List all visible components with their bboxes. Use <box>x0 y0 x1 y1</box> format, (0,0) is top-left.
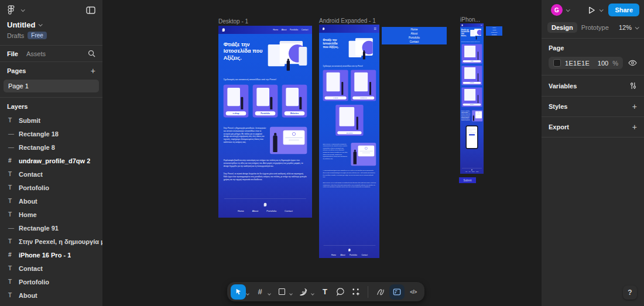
site-paragraph: Η φιλοσοφία βασίζεται στην κατανόηση των… <box>218 154 312 167</box>
canvas[interactable]: Desktop - 1 Android Expanded - 1 iPhon..… <box>102 0 542 306</box>
cursor-icon <box>235 288 242 295</box>
color-hex-value[interactable]: 1E1E1E <box>565 60 590 67</box>
avatar[interactable]: G <box>551 4 563 16</box>
layer-row[interactable]: About <box>0 288 102 302</box>
site-paragraph: Στην Peexel, το σωστό design θεωρείται ό… <box>218 167 312 181</box>
layer-row[interactable]: Contact <box>0 262 102 275</box>
card-button: e-shop <box>325 97 347 99</box>
layer-row[interactable]: Portofolio <box>0 181 102 194</box>
actions-button[interactable] <box>348 284 363 300</box>
adjust-sliders-icon[interactable] <box>629 82 637 90</box>
visibility-eye-icon[interactable] <box>628 60 637 66</box>
frame-tool-chevron[interactable] <box>268 292 271 295</box>
design-mode-button[interactable] <box>389 284 405 300</box>
frame-iphone[interactable]: HomeAboutPortofolioContact Φτιάξε την Ισ… <box>460 23 484 174</box>
footer-nav-link: Portofolio <box>266 210 276 213</box>
shape-tool-button[interactable] <box>274 284 289 300</box>
add-page-button[interactable]: + <box>91 68 95 74</box>
site-hero: Φτιάξε την Ιστοσελίδα που Αξίζεις. <box>218 34 312 73</box>
layers-list: Submit Rectangle 18 Rectangle 8 undraw_p… <box>0 114 102 306</box>
move-tool-chevron[interactable] <box>246 292 249 295</box>
share-button[interactable]: Share <box>608 4 639 16</box>
tab-design[interactable]: Design <box>547 22 577 33</box>
dropdown-menu-iphone[interactable]: HomeAboutPortofolioContact <box>486 26 502 36</box>
toggle-sidebar-icon[interactable] <box>86 6 95 14</box>
add-style-button[interactable]: + <box>632 104 637 109</box>
main-menu-button[interactable] <box>7 5 24 15</box>
layer-row[interactable]: Rectangle 91 <box>0 221 102 235</box>
site-nav-link: About <box>282 29 287 31</box>
text-tool-button[interactable]: T <box>317 284 333 300</box>
dropdown-menu-android[interactable]: HomeAboutPortofolioContact <box>382 27 447 44</box>
export-section[interactable]: Export + <box>542 116 644 137</box>
menu-item: Contact <box>410 40 419 43</box>
footer-nav-link: About <box>252 210 258 213</box>
site-android: HomeAboutPortofolioContact Φτιάξε την Ισ… <box>319 25 379 258</box>
layer-row[interactable]: iPhone 16 Pro - 1 <box>0 248 102 262</box>
pen-tool-chevron[interactable] <box>311 292 314 295</box>
layer-row[interactable]: Στην Peexel, η δημιουργία μοναδικών, <box>0 235 102 248</box>
comment-tool-button[interactable] <box>333 284 348 300</box>
site-logo-icon <box>462 25 463 26</box>
site-iphone: HomeAboutPortofolioContact Φτιάξε την Ισ… <box>460 23 484 174</box>
help-button[interactable]: ? <box>623 286 637 300</box>
bottom-toolbar: # T <box>227 282 424 301</box>
rectangle-icon <box>279 288 285 295</box>
frame-label-android[interactable]: Android Expanded - 1 <box>319 18 376 24</box>
frame-tool-button[interactable]: # <box>252 284 268 300</box>
text-layer-icon <box>8 117 19 123</box>
footer-nav-link: Home <box>331 254 336 256</box>
shape-layer-icon <box>8 225 19 231</box>
card-button: e-shop <box>226 111 246 115</box>
layer-row[interactable]: Submit <box>0 114 102 127</box>
pen-tool-button[interactable] <box>296 284 311 300</box>
card-button: Websites <box>463 104 481 106</box>
hero-illustration <box>470 29 482 40</box>
layer-row[interactable]: Home <box>0 302 102 306</box>
scribble-icon <box>376 288 385 296</box>
hamburger-icon <box>374 27 376 30</box>
layer-row[interactable]: undraw_profile_d7qw 2 <box>0 154 102 167</box>
shape-tool-chevron[interactable] <box>289 292 293 295</box>
page-item[interactable]: Page 1 <box>4 80 99 92</box>
text-icon: T <box>323 287 327 296</box>
layer-row[interactable]: Portofolio <box>0 275 102 288</box>
dev-mode-button[interactable]: </> <box>406 284 421 300</box>
design-mode-icon <box>393 288 401 296</box>
document-title[interactable]: Untitled <box>0 17 102 29</box>
frame-label-desktop[interactable]: Desktop - 1 <box>218 18 248 25</box>
tab-assets[interactable]: Assets <box>26 50 46 57</box>
text-layer-icon <box>8 171 19 177</box>
page-color-field[interactable]: 1E1E1E 100 % <box>549 57 623 69</box>
tab-file[interactable]: File <box>7 50 18 57</box>
frame-android[interactable]: HomeAboutPortofolioContact Φτιάξε την Ισ… <box>319 25 379 258</box>
present-button[interactable] <box>587 6 602 15</box>
menu-item: Contact <box>492 34 497 36</box>
styles-section[interactable]: Styles + <box>542 96 644 116</box>
layer-row[interactable]: Rectangle 8 <box>0 140 102 154</box>
variables-section[interactable]: Variables <box>542 75 644 96</box>
opacity-value[interactable]: 100 <box>598 60 608 67</box>
submit-object[interactable]: Submit <box>459 177 476 183</box>
figma-logo-icon <box>7 5 15 15</box>
document-location[interactable]: Drafts <box>7 32 24 39</box>
tab-prototype[interactable]: Prototype <box>577 22 613 33</box>
footer-logo-icon <box>264 203 267 207</box>
add-export-button[interactable]: + <box>632 124 637 130</box>
zoom-control[interactable]: 12% <box>619 24 638 31</box>
draw-mode-button[interactable] <box>373 284 388 300</box>
footer-nav-link: Contact <box>285 210 293 213</box>
layer-row[interactable]: About <box>0 194 102 208</box>
card-button: Portofolio <box>463 82 481 84</box>
chevron-down-icon[interactable] <box>566 8 570 12</box>
frame-desktop[interactable]: HomeAboutPortofolioContact Φτιάξε την Ισ… <box>218 26 312 218</box>
frame-label-iphone[interactable]: iPhon... <box>460 16 480 23</box>
layer-row[interactable]: Contact <box>0 167 102 181</box>
layer-row[interactable]: Rectangle 18 <box>0 127 102 140</box>
search-icon[interactable] <box>88 50 95 57</box>
site-about: Στην Peexel, η δημιουργία μοναδικών, λει… <box>218 118 312 154</box>
move-tool-button[interactable] <box>231 284 246 300</box>
color-swatch[interactable] <box>553 59 561 67</box>
layer-row[interactable]: Home <box>0 208 102 221</box>
zoom-level: 12% <box>619 24 632 31</box>
